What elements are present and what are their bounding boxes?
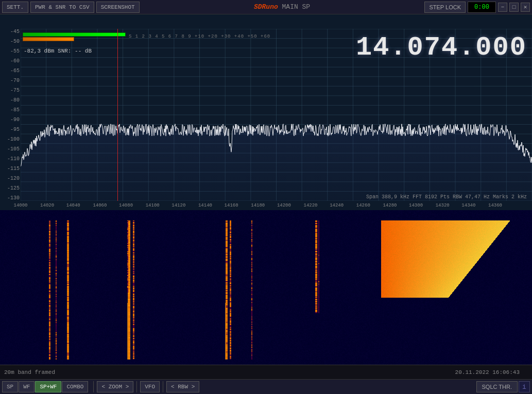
sqlc-thr-button[interactable]: SQLC THR. (476, 381, 518, 392)
freq-tick: 14280 (383, 203, 397, 208)
step-lock-area: STEP LOCK 0:00 − □ ✕ (424, 2, 530, 13)
dbm-label-130: -130 (1, 195, 20, 201)
dbm-label-45: -45 (1, 29, 20, 35)
right-toolbar: SQLC THR. i (476, 381, 530, 392)
freq-tick: 14120 (171, 203, 185, 208)
spwf-button[interactable]: SP+WF (35, 381, 61, 392)
dbm-label-65: -65 (1, 68, 20, 74)
maximize-button[interactable]: □ (509, 3, 519, 12)
datetime-display: 20.11.2022 16:06:43 (455, 369, 520, 375)
span-info: Span 388,9 kHz FFT 8192 Pts RBW 47,47 Hz… (366, 194, 527, 200)
timer-display: 0:00 (468, 2, 496, 13)
snr-value: -- dB (75, 48, 92, 54)
app-name: SDRuno (254, 3, 278, 11)
dbm-label-90: -90 (1, 117, 20, 123)
freq-tick: 14000 (13, 203, 27, 208)
app-title: SDRuno MAIN SP (142, 3, 423, 11)
screenshot-button[interactable]: SCREENSHOT (96, 2, 140, 13)
zoom-button[interactable]: < ZOOM > (97, 381, 133, 392)
rbw-button[interactable]: < RBW > (166, 381, 199, 392)
freq-tick: 14320 (436, 203, 450, 208)
freq-tick: 14300 (409, 203, 423, 208)
dbm-label-85: -85 (1, 107, 20, 113)
tuner-line (117, 29, 118, 201)
signal-bar-orange (23, 37, 74, 41)
vfo-button[interactable]: VFO (140, 381, 160, 392)
freq-tick: 14140 (198, 203, 212, 208)
freq-tick: 14240 (330, 203, 344, 208)
freq-tick: 14160 (225, 203, 238, 208)
combo-button[interactable]: COMBO (62, 381, 88, 392)
freq-tick: 14080 (119, 203, 133, 208)
dbm-label-125: -125 (1, 185, 20, 191)
spectrum-container: -45 -50 -55 -60 -65 -70 -75 -80 -85 -90 … (0, 14, 532, 210)
freq-tick: 14060 (93, 203, 107, 208)
sp-button[interactable]: SP (2, 381, 18, 392)
signal-bar-green (23, 32, 126, 37)
freq-tick: 14260 (356, 203, 370, 208)
view-mode-group: SP WF SP+WF COMBO (2, 381, 88, 392)
minimize-button[interactable]: − (498, 3, 507, 12)
step-lock-button[interactable]: STEP LOCK (424, 2, 466, 13)
freq-tick: 14360 (488, 203, 502, 208)
waterfall-container[interactable] (0, 210, 532, 365)
close-button[interactable]: ✕ (521, 3, 530, 12)
dbm-label-70: -70 (1, 78, 20, 83)
dbm-label-50: -50 (1, 39, 20, 44)
toolbar-separator-1 (93, 381, 94, 392)
waterfall-canvas[interactable] (0, 210, 532, 365)
pwr-csv-button[interactable]: PWR & SNR TO CSV (30, 2, 94, 13)
dbm-measurement: -82,3 dBm (24, 48, 54, 54)
measurement-readout: -82,3 dBm SNR: -- dB (24, 48, 92, 54)
freq-tick: 14180 (251, 203, 265, 208)
dbm-scale: -45 -50 -55 -60 -65 -70 -75 -80 -85 -90 … (0, 14, 21, 205)
dbm-label-60: -60 (1, 58, 20, 64)
snr-label-text: SNR: (58, 48, 71, 54)
wf-button[interactable]: WF (19, 381, 35, 392)
freq-tick: 14340 (461, 203, 475, 208)
dbm-label-80: -80 (1, 97, 20, 103)
main-sp-text: MAIN SP (282, 3, 311, 11)
dbm-label-100: -100 (1, 136, 20, 142)
freq-tick: 14020 (40, 203, 54, 208)
info-button[interactable]: i (519, 381, 530, 392)
s-scale: S 1 2 3 4 5 6 7 8 9 +10 +20 +30 +40 +50 … (129, 34, 270, 39)
freq-tick: 14040 (66, 203, 80, 208)
dbm-label-55: -55 (1, 48, 20, 54)
sett-button[interactable]: SETT. (2, 2, 28, 13)
toolbar-separator-3 (163, 381, 163, 392)
dbm-label-95: -95 (1, 127, 20, 132)
bottom-status-bar: 20m band framed 20.11.2022 16:06:43 (0, 365, 532, 379)
dbm-label-110: -110 (1, 156, 20, 162)
dbm-label-75: -75 (1, 88, 20, 93)
top-toolbar: SETT. PWR & SNR TO CSV SCREENSHOT SDRuno… (0, 0, 532, 14)
dbm-label-115: -115 (1, 166, 20, 172)
frequency-display: 14.074.000 (356, 32, 527, 63)
dbm-label-105: -105 (1, 146, 20, 152)
freq-tick: 14200 (277, 203, 291, 208)
signal-bar-container (23, 32, 126, 41)
freq-tick: 14220 (304, 203, 318, 208)
dbm-label-120: -120 (1, 176, 20, 181)
toolbar-separator-2 (136, 381, 137, 392)
frequency-axis: 1400014020140401406014080141001412014140… (21, 201, 532, 210)
freq-tick: 14100 (146, 203, 160, 208)
bottom-toolbar: SP WF SP+WF COMBO < ZOOM > VFO < RBW > S… (0, 379, 532, 394)
band-info: 20m band framed (4, 369, 455, 375)
